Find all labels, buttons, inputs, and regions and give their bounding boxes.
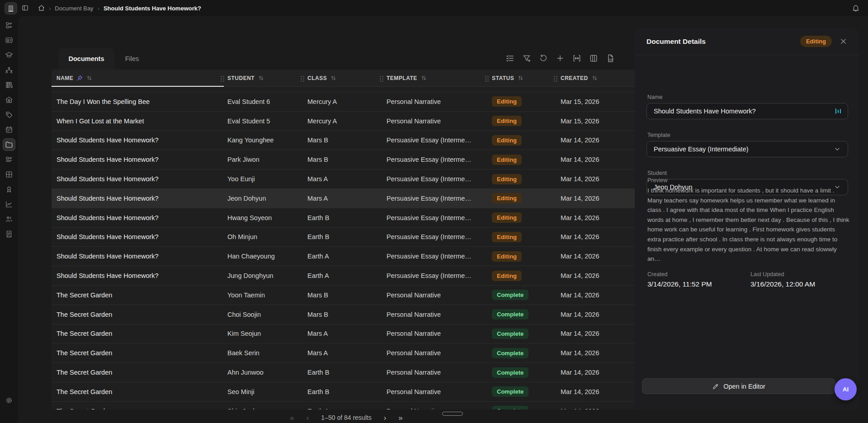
sort-icon[interactable] xyxy=(330,75,337,81)
sidebar-item-users[interactable] xyxy=(3,213,15,226)
sort-icon[interactable] xyxy=(517,75,524,81)
sidebar-item-classes[interactable] xyxy=(3,49,15,61)
cell-status-badge: Editing xyxy=(492,135,522,146)
sidebar-item-lists[interactable] xyxy=(3,153,15,166)
table-row[interactable]: Should Students Have Homework? Hwang Soy… xyxy=(52,208,641,228)
add-icon[interactable] xyxy=(556,54,565,63)
app-logo-button[interactable] xyxy=(5,2,17,14)
cell-class: Mars B xyxy=(307,311,387,318)
name-input[interactable]: Should Students Have Homework? xyxy=(646,103,848,119)
cell-class: Earth B xyxy=(307,388,387,395)
sidebar-item-school[interactable] xyxy=(3,94,15,106)
pin-icon[interactable] xyxy=(76,75,83,81)
table-row[interactable]: Should Students Have Homework? Park Jiwo… xyxy=(52,150,641,169)
table-row[interactable]: The Secret Garden Ahn Junwoo Earth B Per… xyxy=(52,363,641,382)
column-drag-handle-icon[interactable] xyxy=(485,76,486,77)
sidebar-item-calendar[interactable] xyxy=(3,123,15,136)
cell-status-badge: Editing xyxy=(492,271,522,281)
previous-page-button[interactable]: ‹ xyxy=(307,414,309,422)
table-row[interactable]: Should Students Have Homework? Han Chaey… xyxy=(52,247,641,266)
column-header-status[interactable]: STATUS xyxy=(492,75,561,81)
table-row[interactable]: The Secret Garden Choi Soojin Mars B Per… xyxy=(52,305,641,324)
filter-add-icon[interactable] xyxy=(522,54,531,63)
cell-class: Mars A xyxy=(307,195,387,202)
calendar-icon xyxy=(5,126,13,134)
table-row[interactable]: The Day I Won the Spelling Bee Eval Stud… xyxy=(52,92,641,112)
next-page-button[interactable]: › xyxy=(384,414,387,422)
tag-icon xyxy=(5,111,13,119)
sidebar-item-receipts[interactable] xyxy=(3,228,15,240)
open-in-editor-button[interactable]: Open in Editor xyxy=(642,378,835,394)
tab-files[interactable]: Files xyxy=(118,48,146,70)
table-row[interactable]: Should Students Have Homework? Jung Dong… xyxy=(52,266,641,286)
column-header-name[interactable]: NAME xyxy=(52,75,227,81)
sidebar-item-id-card[interactable] xyxy=(3,34,15,47)
cell-created: Mar 15, 2026 xyxy=(561,98,641,105)
sidebar-item-tags[interactable] xyxy=(3,108,15,121)
template-select[interactable]: Persuasive Essay (Intermediate) xyxy=(646,141,848,157)
text-activity-icon xyxy=(835,108,841,114)
sort-icon[interactable] xyxy=(258,75,264,81)
cell-created: Mar 14, 2026 xyxy=(561,311,641,318)
column-header-template[interactable]: TEMPLATE xyxy=(387,75,492,81)
sidebar-item-tables[interactable] xyxy=(3,168,15,181)
sidebar-item-settings[interactable] xyxy=(3,394,15,407)
column-drag-handle-icon[interactable] xyxy=(221,76,222,77)
sidebar-item-documents[interactable] xyxy=(3,138,15,151)
cell-created: Mar 15, 2026 xyxy=(561,118,641,125)
table-row[interactable]: Should Students Have Homework? Oh Minjun… xyxy=(52,228,641,247)
history-icon[interactable] xyxy=(539,54,548,63)
cell-class: Earth A xyxy=(307,253,387,260)
column-drag-handle-icon[interactable] xyxy=(380,76,381,77)
cell-class: Earth B xyxy=(307,233,387,240)
notifications-button[interactable] xyxy=(852,4,860,12)
columns-icon[interactable] xyxy=(589,54,598,63)
template-label: Template xyxy=(647,132,670,138)
last-updated-value: 3/16/2026, 12:00 AM xyxy=(750,280,815,288)
sidebar-item-community[interactable] xyxy=(3,64,15,76)
sidebar-item-analytics[interactable] xyxy=(3,198,15,211)
cell-student: Eval Student 5 xyxy=(227,118,307,125)
expand-horizontal-icon[interactable] xyxy=(572,54,581,63)
table-row[interactable]: Should Students Have Homework? Kang Youn… xyxy=(52,131,641,150)
cell-template: Personal Narrative xyxy=(387,349,492,357)
cell-template: Personal Narrative xyxy=(387,118,492,125)
breadcrumb-section[interactable]: Document Bay xyxy=(55,5,93,12)
ai-button-label: AI xyxy=(843,386,849,393)
column-drag-handle-icon[interactable] xyxy=(301,76,302,77)
left-sidebar xyxy=(0,16,18,423)
column-header-created[interactable]: CREATED xyxy=(561,75,641,81)
column-drag-handle-icon[interactable] xyxy=(554,76,555,77)
table-row[interactable]: The Secret Garden Seo Minji Earth B Pers… xyxy=(52,382,641,402)
column-header-class[interactable]: CLASS xyxy=(307,75,387,81)
horizontal-scrollbar[interactable] xyxy=(442,412,463,416)
close-icon[interactable] xyxy=(840,38,847,45)
table-row[interactable]: The Secret Garden Baek Serin Mars A Pers… xyxy=(52,343,641,363)
sort-icon[interactable] xyxy=(86,75,93,81)
sort-icon[interactable] xyxy=(420,75,427,81)
template-value: Persuasive Essay (Intermediate) xyxy=(654,146,749,153)
first-page-button[interactable]: « xyxy=(290,414,294,422)
export-csv-icon[interactable]: CSV xyxy=(606,54,615,63)
sidebar-item-library[interactable] xyxy=(3,79,15,91)
column-header-student[interactable]: STUDENT xyxy=(227,75,307,81)
sidebar-item-awards[interactable] xyxy=(3,183,15,196)
sort-icon[interactable] xyxy=(591,75,598,81)
cell-class: Mars A xyxy=(307,330,387,337)
sidebar-item-dashboard[interactable] xyxy=(3,19,15,32)
tab-documents[interactable]: Documents xyxy=(58,48,114,70)
table-row[interactable]: When I Got Lost at the Market Eval Stude… xyxy=(52,112,641,131)
table-row[interactable]: The Secret Garden Yoon Taemin Mars B Per… xyxy=(52,286,641,305)
checklist-icon[interactable] xyxy=(505,54,514,63)
table-row[interactable]: Should Students Have Homework? Yoo Eunji… xyxy=(52,169,641,189)
home-button[interactable] xyxy=(38,4,45,12)
document-details-panel: Document Details Editing Name Should Stu… xyxy=(635,28,859,410)
cell-name: Should Students Have Homework? xyxy=(52,136,227,144)
table-header-row: NAME STUDENT CLASS TEMPLATE STATUS CREAT… xyxy=(52,70,641,87)
ai-assistant-button[interactable]: AI xyxy=(835,378,857,400)
cell-template: Personal Narrative xyxy=(387,291,492,299)
last-page-button[interactable]: » xyxy=(398,414,402,422)
table-row[interactable]: Should Students Have Homework? Jeon Dohy… xyxy=(52,189,641,208)
table-row[interactable]: The Secret Garden Kim Seojun Mars A Pers… xyxy=(52,324,641,344)
sidebar-toggle-button[interactable] xyxy=(21,4,29,12)
